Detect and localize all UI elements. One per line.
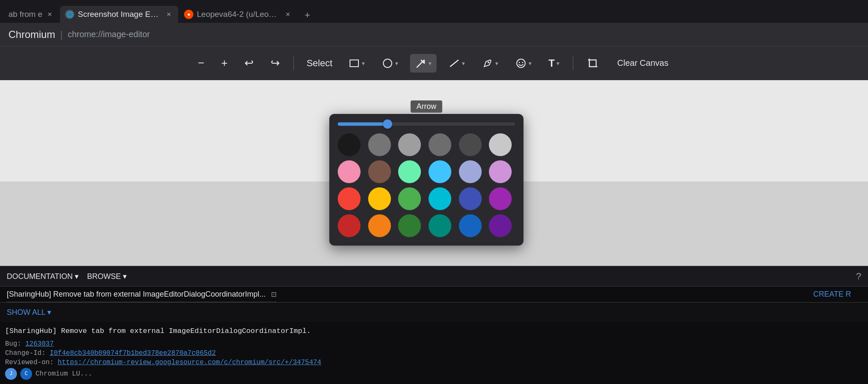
pen-dropdown-arrow: ▾ [495,60,498,67]
documentation-nav[interactable]: DOCUMENTATION ▾ [7,272,79,281]
tab-title-reddit: Leopeva64-2 (u/Leopeva64-2) - [197,10,280,19]
redo-button[interactable]: ↪ [266,53,285,73]
arrow-icon [415,57,427,69]
toolbar: − + ↩ ↪ Select ▾ ▾ ▾ ▾ [0,46,868,80]
zoom-out-button[interactable]: − [193,53,209,73]
color-swatch-dark-blue[interactable] [459,214,482,237]
commit-header-row: [SharingHub] Remove tab from external Im… [0,287,868,303]
zoom-in-button[interactable]: + [216,53,233,73]
emoji-tool-button[interactable]: ▾ [510,54,537,73]
rectangle-tool-button[interactable]: ▾ [343,54,370,73]
circle-dropdown-arrow: ▾ [395,60,398,67]
commit-header-text[interactable]: [SharingHub] Remove tab from external Im… [7,287,277,302]
color-swatch-indigo[interactable] [459,187,482,210]
color-swatch-cyan[interactable] [429,187,451,210]
show-all-row: SHOW ALL ▾ [0,303,868,322]
bug-link[interactable]: 1263037 [25,340,54,348]
color-swatch-dark-green[interactable] [398,214,421,237]
color-swatch-purple[interactable] [489,187,512,210]
tab-title: ab from e [8,10,42,19]
browse-nav[interactable]: BROWSE ▾ [87,272,127,281]
arrow-tool-button[interactable]: ▾ [410,54,437,73]
tab-favicon-editor: 🌐 [65,10,74,19]
svg-point-1 [383,59,392,68]
color-swatch-red[interactable] [338,187,361,210]
color-swatch-dark-amber[interactable] [368,214,391,237]
tab-close-editor[interactable]: ✕ [165,10,173,19]
commit-details: [SharingHub] Remove tab from external Im… [0,322,868,384]
size-slider-track[interactable] [338,122,515,126]
new-tab-button[interactable]: + [300,8,315,23]
avatar-small: J [5,368,17,380]
help-icon[interactable]: ? [856,271,861,282]
text-tool-button[interactable]: T ▾ [543,54,564,73]
arrow-dropdown-arrow: ▾ [429,60,431,67]
color-swatch-dark-gray[interactable] [368,133,391,156]
color-swatch-dark-purple[interactable] [489,214,512,237]
color-swatch-dark-gray-2[interactable] [459,133,482,156]
slider-row [338,122,515,126]
color-swatch-light-green[interactable] [398,160,421,183]
svg-point-7 [522,62,524,63]
address-bar: Chromium | chrome://image-editor [0,23,868,46]
color-swatch-light-gray[interactable] [489,133,512,156]
line-dropdown-arrow: ▾ [462,60,465,67]
color-grid [338,133,515,237]
circle-icon [382,57,393,69]
color-swatch-light-blue[interactable] [429,160,451,183]
color-swatch-pink[interactable] [338,160,361,183]
create-pr-button[interactable]: CREATE R [813,290,851,299]
pen-icon [482,57,494,69]
change-id-link[interactable]: I0f4e8cb340b09074f7b1bed378ee2870a7c065d… [50,349,216,357]
color-picker-dropdown: Arrow [329,114,524,246]
color-swatch-light-purple[interactable] [489,160,512,183]
canvas-area[interactable]: Arrow DOCUMENTATION ▾ BROWSE ▾ ? [0,80,868,384]
color-swatch-gray[interactable] [429,133,451,156]
main-content: Arrow DOCUMENTATION ▾ BROWSE ▾ ? [0,80,868,384]
tab-favicon-reddit: ● [184,10,193,19]
reddit-nav: DOCUMENTATION ▾ BROWSE ▾ ? [0,266,868,287]
select-label: Select [307,58,332,69]
commit-bug: Bug: 1263037 [5,340,863,348]
color-swatch-dark-red[interactable] [338,214,361,237]
zoom-in-icon: + [221,57,228,70]
line-tool-button[interactable]: ▾ [443,54,470,73]
undo-button[interactable]: ↩ [239,53,259,73]
tab-image-editor[interactable]: 🌐 Screenshot Image Editor ✕ [60,6,178,23]
clear-canvas-button[interactable]: Clear Canvas [610,55,675,71]
color-swatch-teal[interactable] [429,214,451,237]
rectangle-dropdown-arrow: ▾ [362,60,365,67]
circle-tool-button[interactable]: ▾ [377,54,403,73]
size-slider-thumb[interactable] [383,119,392,129]
pen-tool-button[interactable]: ▾ [477,54,503,73]
crop-tool-button[interactable] [582,54,604,73]
color-swatch-periwinkle[interactable] [459,160,482,183]
reviewed-on-link[interactable]: https://chromium-review.googlesource.com… [58,359,321,366]
svg-rect-0 [350,60,358,67]
color-swatch-green[interactable] [398,187,421,210]
svg-line-3 [450,60,458,67]
show-all-button[interactable]: SHOW ALL ▾ [7,304,51,320]
emoji-icon [515,57,527,69]
tab-close-reddit[interactable]: ✕ [284,10,292,19]
color-swatch-amber[interactable] [368,187,391,210]
address-url[interactable]: chrome://image-editor [68,30,150,39]
tab-reddit[interactable]: ● Leopeva64-2 (u/Leopeva64-2) - ✕ [179,6,297,23]
text-dropdown-arrow: ▾ [556,60,559,67]
tab-close-first[interactable]: ✕ [46,10,54,19]
color-swatch-medium-gray[interactable] [398,133,421,156]
color-swatch-black[interactable] [338,133,361,156]
svg-point-4 [488,62,489,63]
select-tool-button[interactable]: Select [302,55,336,71]
text-icon: T [548,57,555,69]
address-divider: | [60,29,63,40]
color-swatch-brown[interactable] [368,160,391,183]
tab-partial-first[interactable]: ab from e ✕ [3,6,59,23]
reddit-area: DOCUMENTATION ▾ BROWSE ▾ ? [SharingHub] … [0,266,868,384]
tab-bar: ab from e ✕ 🌐 Screenshot Image Editor ✕ … [0,0,868,23]
zoom-out-icon: − [198,57,204,70]
toolbar-divider-1 [293,57,294,70]
commit-title: [SharingHub] Remove tab from external Im… [5,327,863,335]
chromium-lu-text: Chromium LU... [35,370,92,378]
undo-icon: ↩ [244,57,254,70]
